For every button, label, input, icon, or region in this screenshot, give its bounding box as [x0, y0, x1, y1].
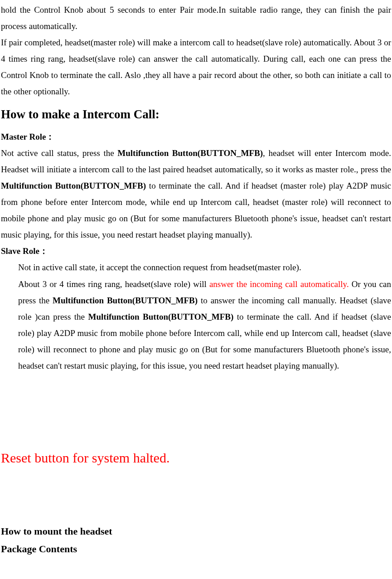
heading-reset-button: Reset button for system halted. — [1, 449, 391, 467]
heading-mount-headset: How to mount the headset — [1, 525, 391, 539]
master-role-paragraph: Not active call status, press the Multif… — [1, 145, 391, 243]
slave-role-paragraph-2: About 3 or 4 times ring rang, headset(sl… — [1, 276, 391, 375]
spacer — [1, 374, 391, 444]
intro-paragraph-1: hold the Control Knob about 5 seconds to… — [1, 2, 391, 34]
intro-paragraph-2: If pair completed, headset(master role) … — [1, 34, 391, 100]
master-role-label: Master Role： — [1, 129, 391, 145]
slave-role-label: Slave Role： — [1, 243, 391, 259]
slave-role-paragraph-1: Not in active call state, it accept the … — [1, 259, 391, 276]
heading-intercom-call: How to make a Intercom Call: — [1, 107, 391, 122]
heading-package-contents: Package Contents — [1, 542, 391, 556]
spacer — [1, 471, 391, 521]
